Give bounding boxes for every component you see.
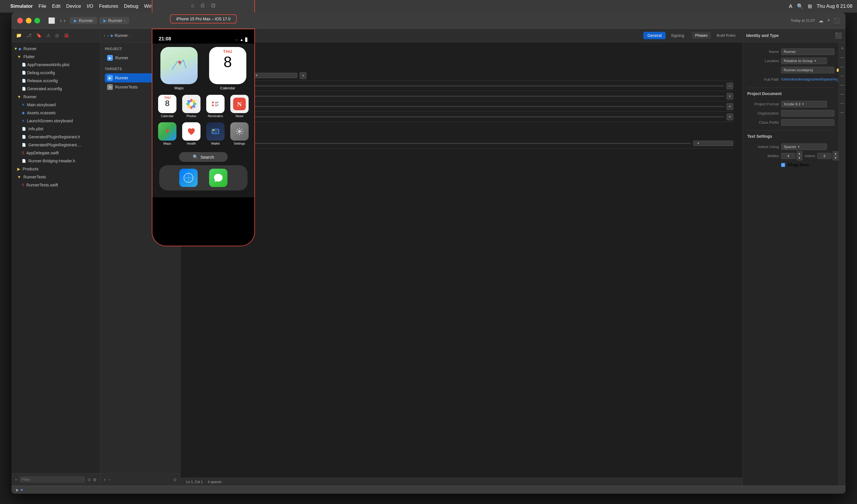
menu-device[interactable]: Device: [66, 3, 81, 9]
minimum-arrow-btn[interactable]: →: [726, 83, 733, 89]
menu-io[interactable]: I/O: [87, 3, 94, 9]
sim-home-icon[interactable]: ⌂: [191, 3, 195, 9]
tree-item-debug-xcconfig[interactable]: 📄 Debug.xcconfig: [12, 69, 100, 77]
tree-item-runner-root[interactable]: ▼ ▶ Runner: [12, 45, 100, 53]
tree-item-assets[interactable]: ◉ Assets.xcassets: [12, 109, 100, 117]
app-item-reminders[interactable]: Reminders: [205, 95, 226, 118]
bookmark-icon[interactable]: 🔖: [35, 32, 43, 39]
right-bar-icon-1[interactable]: ≡: [840, 45, 844, 52]
breadcrumb-back-icon[interactable]: ‹: [104, 33, 105, 38]
tree-item-generated-xcconfig[interactable]: 📄 Generated.xcconfig: [12, 85, 100, 93]
identity-section-header[interactable]: ▼ Identit: [190, 129, 733, 134]
inspector-toggle-icon[interactable]: ⬛: [835, 32, 842, 39]
search-pill[interactable]: 🔍 Search: [179, 152, 228, 162]
breadcrumb-forward-icon[interactable]: ›: [107, 33, 109, 38]
minimize-button[interactable]: [26, 18, 32, 23]
tree-item-runner-tests[interactable]: ▼ RunnerTests: [12, 173, 100, 181]
tree-item-products[interactable]: ▶ Products: [12, 165, 100, 173]
inspector-folder-open-icon[interactable]: 📁: [836, 68, 839, 72]
tree-item-launchscreen[interactable]: ✕ LaunchScreen.storyboard: [12, 117, 100, 125]
width-stepper-down-2[interactable]: ▼: [833, 156, 838, 161]
tree-item-runner-tests-swift[interactable]: S RunnerTests.swift: [12, 181, 100, 189]
control-center-icon[interactable]: ⊞: [808, 3, 812, 10]
app-item-maps-small[interactable]: Maps: [157, 122, 178, 145]
inspector-file-input[interactable]: [781, 67, 834, 73]
inspector-org-input[interactable]: [781, 110, 834, 117]
minimum-select[interactable]: ▼: [251, 73, 297, 78]
tree-item-generated-plugin-m[interactable]: 📄 GeneratedPluginRegistrant....: [12, 141, 100, 149]
filter-input[interactable]: [19, 476, 85, 483]
menu-debug[interactable]: Debug: [124, 3, 138, 9]
wrap-lines-checkbox-row[interactable]: ✓ Wrap lines: [781, 162, 809, 168]
app-item-calendar-large[interactable]: THU 8 Calendar: [206, 47, 250, 90]
app-item-calendar-small[interactable]: THU 8 Calendar: [157, 95, 178, 118]
deployment-section-header[interactable]: ▼ Deploy: [190, 155, 733, 161]
back-nav-icon[interactable]: ‹: [60, 17, 62, 24]
tree-item-info-plist[interactable]: 📄 Info.plist: [12, 125, 100, 133]
tree-item-flutter[interactable]: ▼ Flutter: [12, 53, 100, 61]
tree-item-release-xcconfig[interactable]: 📄 Release.xcconfig: [12, 77, 100, 85]
menu-file[interactable]: File: [38, 3, 46, 9]
split-view-icon[interactable]: ⬛: [834, 17, 840, 24]
tab-general[interactable]: General: [643, 32, 666, 39]
identity-select[interactable]: ▼: [693, 140, 733, 146]
remove-target-icon[interactable]: −: [108, 477, 111, 482]
cloud-icon[interactable]: ☁: [818, 17, 823, 24]
add-tab-icon[interactable]: +: [827, 17, 830, 23]
tab-signing[interactable]: Signing: [667, 32, 688, 39]
add-file-icon[interactable]: +: [15, 477, 17, 482]
more-filter-icon[interactable]: ⊞: [93, 477, 97, 482]
app-item-photos[interactable]: Photos: [181, 95, 202, 118]
tree-item-bridging-header[interactable]: 📄 Runner-Bridging-Header.h: [12, 157, 100, 165]
inspector-location-select[interactable]: Relative to Group ▼: [781, 57, 827, 64]
menu-features[interactable]: Features: [99, 3, 118, 9]
sidebar-toggle-icon[interactable]: ⬜: [48, 17, 55, 24]
width-stepper-up-1[interactable]: ▲: [796, 151, 802, 156]
tree-item-runner-folder[interactable]: ▼ Runner: [12, 93, 100, 101]
tab-build-rules[interactable]: Build Rules: [713, 32, 739, 39]
add-target-icon[interactable]: +: [104, 477, 106, 482]
tree-item-main-storyboard[interactable]: ✕ Main.storyboard: [12, 101, 100, 109]
tab-runner-proj[interactable]: ▶ Runner ›: [99, 17, 129, 24]
wrap-lines-checkbox[interactable]: ✓: [781, 163, 785, 167]
right-bar-icon-2[interactable]: —: [839, 54, 845, 61]
inspector-class-prefix-input[interactable]: [781, 119, 834, 126]
menu-edit[interactable]: Edit: [52, 3, 61, 9]
close-button[interactable]: [17, 18, 23, 23]
app-item-wallet[interactable]: Wallet: [205, 122, 226, 145]
tree-item-generated-plugin-h[interactable]: 📄 GeneratedPluginRegistrant.h: [12, 133, 100, 141]
width-stepper-down-1[interactable]: ▼: [796, 156, 802, 161]
sim-rotate-icon[interactable]: ⊡: [211, 2, 215, 9]
search-menubar-icon[interactable]: 🔍: [797, 3, 803, 10]
filter-targets-icon[interactable]: ⊙: [173, 477, 177, 482]
minimum-plus-btn-3[interactable]: +: [726, 113, 733, 120]
dock-safari[interactable]: [179, 169, 198, 187]
maximize-button[interactable]: [34, 18, 40, 23]
breadcrumb-runner[interactable]: ▶ Runner ›: [111, 33, 130, 38]
tab-runner-icon[interactable]: ▶ Runner: [70, 17, 97, 24]
inspector-indent-select[interactable]: Spaces ▼: [781, 144, 827, 150]
supported-section-header[interactable]: ▼ Suppor: [190, 49, 733, 54]
minimum-plus-btn[interactable]: +: [726, 93, 733, 100]
minimum-add-btn[interactable]: +: [300, 72, 306, 79]
app-item-health[interactable]: Health: [181, 122, 202, 145]
sim-screenshot-icon[interactable]: ⎙: [201, 3, 204, 9]
dock-messages[interactable]: [209, 169, 228, 187]
width-val-1[interactable]: [781, 153, 795, 159]
tab-phases[interactable]: Phases: [692, 32, 711, 39]
inspector-name-input[interactable]: [781, 48, 834, 55]
minimum-section-header[interactable]: ▼ Minim: [190, 61, 733, 66]
warning-icon[interactable]: ⚠: [45, 32, 52, 39]
minimum-plus-btn-2[interactable]: +: [726, 103, 733, 110]
width-stepper-up-2[interactable]: ▲: [833, 151, 838, 156]
inspector-format-select[interactable]: Xcode 9.3 ▼: [781, 101, 827, 107]
app-item-maps-large[interactable]: Maps: [157, 47, 201, 90]
width-val-2[interactable]: [817, 153, 831, 159]
tree-item-appframework[interactable]: 📄 AppFrameworkInfo.plist: [12, 61, 100, 69]
test-icon[interactable]: ◎: [54, 32, 60, 39]
debug-icon[interactable]: 🐞: [63, 32, 70, 39]
filter-options-icon[interactable]: ⊙: [87, 477, 91, 482]
app-item-settings[interactable]: Settings: [229, 122, 250, 145]
tree-item-appdelegate[interactable]: S AppDelegate.swift: [12, 149, 100, 157]
source-control-icon[interactable]: ⎇: [25, 32, 33, 39]
